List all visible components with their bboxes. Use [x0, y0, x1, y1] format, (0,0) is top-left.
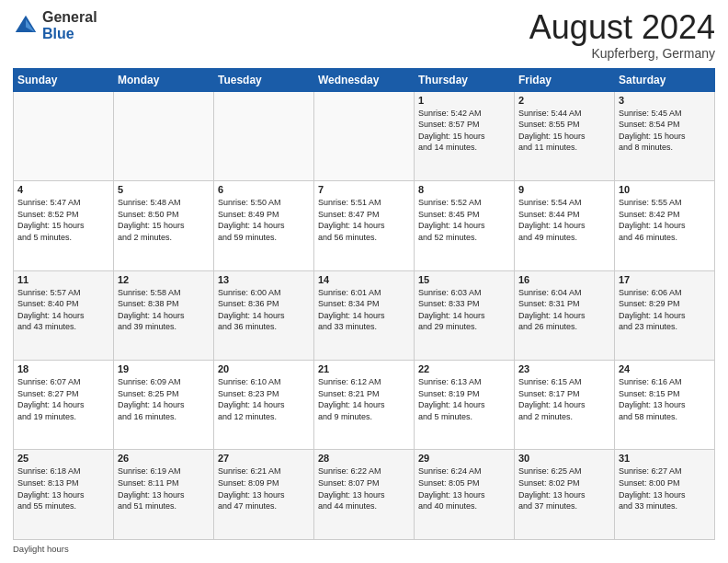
day-cell	[314, 91, 415, 180]
day-number: 12	[118, 274, 210, 285]
day-info: Sunrise: 6:12 AM Sunset: 8:21 PM Dayligh…	[318, 376, 410, 422]
day-info: Sunrise: 6:07 AM Sunset: 8:27 PM Dayligh…	[17, 376, 109, 422]
day-cell: 22Sunrise: 6:13 AM Sunset: 8:19 PM Dayli…	[415, 361, 515, 450]
day-info: Sunrise: 6:22 AM Sunset: 8:07 PM Dayligh…	[318, 465, 410, 511]
day-info: Sunrise: 6:15 AM Sunset: 8:17 PM Dayligh…	[518, 376, 610, 422]
day-info: Sunrise: 6:21 AM Sunset: 8:09 PM Dayligh…	[218, 465, 310, 511]
day-number: 7	[318, 184, 410, 195]
day-cell: 11Sunrise: 5:57 AM Sunset: 8:40 PM Dayli…	[14, 270, 114, 360]
day-cell: 7Sunrise: 5:51 AM Sunset: 8:47 PM Daylig…	[314, 181, 415, 270]
day-info: Sunrise: 5:44 AM Sunset: 8:55 PM Dayligh…	[518, 108, 610, 154]
day-cell: 14Sunrise: 6:01 AM Sunset: 8:34 PM Dayli…	[314, 270, 415, 360]
day-info: Sunrise: 6:18 AM Sunset: 8:13 PM Dayligh…	[17, 465, 109, 511]
day-info: Sunrise: 6:19 AM Sunset: 8:11 PM Dayligh…	[118, 465, 210, 511]
day-number: 30	[518, 453, 610, 464]
week-row-4: 25Sunrise: 6:18 AM Sunset: 8:13 PM Dayli…	[14, 450, 715, 540]
day-info: Sunrise: 6:03 AM Sunset: 8:33 PM Dayligh…	[418, 287, 510, 333]
col-header-saturday: Saturday	[615, 68, 715, 91]
day-number: 13	[218, 274, 310, 285]
logo-icon	[13, 13, 39, 39]
day-cell: 18Sunrise: 6:07 AM Sunset: 8:27 PM Dayli…	[14, 361, 114, 450]
day-info: Sunrise: 5:42 AM Sunset: 8:57 PM Dayligh…	[418, 108, 510, 154]
day-cell: 6Sunrise: 5:50 AM Sunset: 8:49 PM Daylig…	[214, 181, 314, 270]
logo-blue-text: Blue	[42, 26, 97, 42]
day-cell: 1Sunrise: 5:42 AM Sunset: 8:57 PM Daylig…	[415, 91, 515, 180]
day-info: Sunrise: 5:57 AM Sunset: 8:40 PM Dayligh…	[17, 287, 109, 333]
footer: Daylight hours	[13, 544, 715, 554]
col-header-wednesday: Wednesday	[314, 68, 415, 91]
day-cell	[214, 91, 314, 180]
day-number: 22	[418, 363, 510, 374]
day-cell: 4Sunrise: 5:47 AM Sunset: 8:52 PM Daylig…	[14, 181, 114, 270]
day-cell: 31Sunrise: 6:27 AM Sunset: 8:00 PM Dayli…	[615, 450, 715, 540]
day-info: Sunrise: 5:54 AM Sunset: 8:44 PM Dayligh…	[518, 197, 610, 243]
day-cell: 16Sunrise: 6:04 AM Sunset: 8:31 PM Dayli…	[515, 270, 615, 360]
day-number: 15	[418, 274, 510, 285]
calendar-table: SundayMondayTuesdayWednesdayThursdayFrid…	[13, 68, 715, 540]
day-number: 1	[418, 95, 510, 106]
col-header-friday: Friday	[515, 68, 615, 91]
day-cell: 13Sunrise: 6:00 AM Sunset: 8:36 PM Dayli…	[214, 270, 314, 360]
day-number: 14	[318, 274, 410, 285]
footer-text: Daylight hours	[13, 544, 69, 554]
page: General Blue August 2024 Kupferberg, Ger…	[0, 0, 728, 563]
day-info: Sunrise: 6:24 AM Sunset: 8:05 PM Dayligh…	[418, 465, 510, 511]
day-cell: 23Sunrise: 6:15 AM Sunset: 8:17 PM Dayli…	[515, 361, 615, 450]
day-info: Sunrise: 6:27 AM Sunset: 8:00 PM Dayligh…	[619, 465, 711, 511]
week-row-2: 11Sunrise: 5:57 AM Sunset: 8:40 PM Dayli…	[14, 270, 715, 360]
day-number: 27	[218, 453, 310, 464]
day-cell: 2Sunrise: 5:44 AM Sunset: 8:55 PM Daylig…	[515, 91, 615, 180]
day-info: Sunrise: 5:51 AM Sunset: 8:47 PM Dayligh…	[318, 197, 410, 243]
day-info: Sunrise: 5:45 AM Sunset: 8:54 PM Dayligh…	[619, 108, 711, 154]
day-cell	[14, 91, 114, 180]
day-number: 21	[318, 363, 410, 374]
day-info: Sunrise: 6:25 AM Sunset: 8:02 PM Dayligh…	[518, 465, 610, 511]
day-info: Sunrise: 6:00 AM Sunset: 8:36 PM Dayligh…	[218, 287, 310, 333]
day-info: Sunrise: 6:06 AM Sunset: 8:29 PM Dayligh…	[619, 287, 711, 333]
day-cell: 24Sunrise: 6:16 AM Sunset: 8:15 PM Dayli…	[615, 361, 715, 450]
day-info: Sunrise: 6:10 AM Sunset: 8:23 PM Dayligh…	[218, 376, 310, 422]
header: General Blue August 2024 Kupferberg, Ger…	[13, 9, 715, 61]
day-header-row: SundayMondayTuesdayWednesdayThursdayFrid…	[14, 68, 715, 91]
col-header-sunday: Sunday	[14, 68, 114, 91]
day-number: 17	[619, 274, 711, 285]
day-info: Sunrise: 5:47 AM Sunset: 8:52 PM Dayligh…	[17, 197, 109, 243]
day-cell: 21Sunrise: 6:12 AM Sunset: 8:21 PM Dayli…	[314, 361, 415, 450]
day-cell: 5Sunrise: 5:48 AM Sunset: 8:50 PM Daylig…	[114, 181, 214, 270]
day-info: Sunrise: 6:09 AM Sunset: 8:25 PM Dayligh…	[118, 376, 210, 422]
day-info: Sunrise: 5:50 AM Sunset: 8:49 PM Dayligh…	[218, 197, 310, 243]
day-cell: 10Sunrise: 5:55 AM Sunset: 8:42 PM Dayli…	[615, 181, 715, 270]
day-number: 20	[218, 363, 310, 374]
day-info: Sunrise: 6:01 AM Sunset: 8:34 PM Dayligh…	[318, 287, 410, 333]
day-number: 3	[619, 95, 711, 106]
week-row-3: 18Sunrise: 6:07 AM Sunset: 8:27 PM Dayli…	[14, 361, 715, 450]
day-cell: 27Sunrise: 6:21 AM Sunset: 8:09 PM Dayli…	[214, 450, 314, 540]
day-cell: 26Sunrise: 6:19 AM Sunset: 8:11 PM Dayli…	[114, 450, 214, 540]
col-header-tuesday: Tuesday	[214, 68, 314, 91]
day-number: 25	[17, 453, 109, 464]
location: Kupferberg, Germany	[529, 46, 715, 61]
day-cell: 3Sunrise: 5:45 AM Sunset: 8:54 PM Daylig…	[615, 91, 715, 180]
day-number: 4	[17, 184, 109, 195]
day-number: 24	[619, 363, 711, 374]
week-row-0: 1Sunrise: 5:42 AM Sunset: 8:57 PM Daylig…	[14, 91, 715, 180]
day-cell: 9Sunrise: 5:54 AM Sunset: 8:44 PM Daylig…	[515, 181, 615, 270]
day-cell: 8Sunrise: 5:52 AM Sunset: 8:45 PM Daylig…	[415, 181, 515, 270]
day-number: 8	[418, 184, 510, 195]
day-cell: 28Sunrise: 6:22 AM Sunset: 8:07 PM Dayli…	[314, 450, 415, 540]
month-title: August 2024	[529, 9, 715, 46]
day-number: 5	[118, 184, 210, 195]
day-number: 26	[118, 453, 210, 464]
day-number: 2	[518, 95, 610, 106]
day-number: 11	[17, 274, 109, 285]
day-cell: 12Sunrise: 5:58 AM Sunset: 8:38 PM Dayli…	[114, 270, 214, 360]
logo: General Blue	[13, 9, 97, 41]
day-cell: 29Sunrise: 6:24 AM Sunset: 8:05 PM Dayli…	[415, 450, 515, 540]
day-number: 29	[418, 453, 510, 464]
day-cell	[114, 91, 214, 180]
week-row-1: 4Sunrise: 5:47 AM Sunset: 8:52 PM Daylig…	[14, 181, 715, 270]
day-cell: 15Sunrise: 6:03 AM Sunset: 8:33 PM Dayli…	[415, 270, 515, 360]
day-number: 10	[619, 184, 711, 195]
day-info: Sunrise: 6:16 AM Sunset: 8:15 PM Dayligh…	[619, 376, 711, 422]
day-cell: 20Sunrise: 6:10 AM Sunset: 8:23 PM Dayli…	[214, 361, 314, 450]
